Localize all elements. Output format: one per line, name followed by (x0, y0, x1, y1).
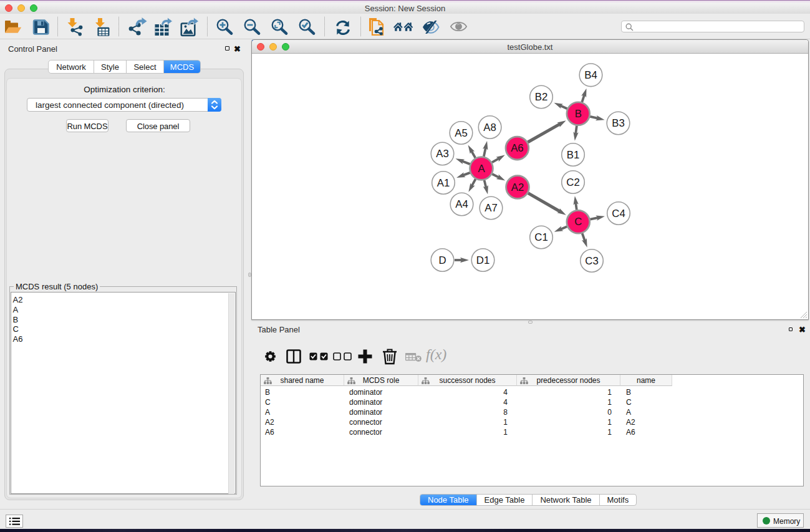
svg-text:C3: C3 (585, 255, 598, 267)
svg-text:A1: A1 (437, 177, 450, 189)
svg-text:A: A (478, 163, 485, 175)
svg-text:C2: C2 (566, 177, 579, 188)
svg-text:D1: D1 (476, 254, 489, 266)
svg-text:A2: A2 (511, 181, 524, 193)
svg-text:A6: A6 (511, 142, 524, 154)
svg-text:A4: A4 (455, 198, 468, 210)
svg-text:A8: A8 (483, 122, 496, 133)
svg-text:C1: C1 (534, 231, 547, 243)
svg-text:C4: C4 (612, 208, 625, 220)
svg-text:B3: B3 (612, 117, 625, 129)
svg-text:B: B (575, 108, 582, 120)
svg-text:A5: A5 (455, 127, 468, 139)
svg-text:B2: B2 (535, 91, 548, 103)
svg-text:D: D (438, 254, 446, 266)
svg-text:B1: B1 (567, 149, 580, 161)
svg-text:C: C (574, 216, 582, 228)
svg-text:B4: B4 (584, 69, 597, 81)
svg-text:A7: A7 (485, 202, 498, 214)
svg-text:A3: A3 (436, 148, 449, 160)
